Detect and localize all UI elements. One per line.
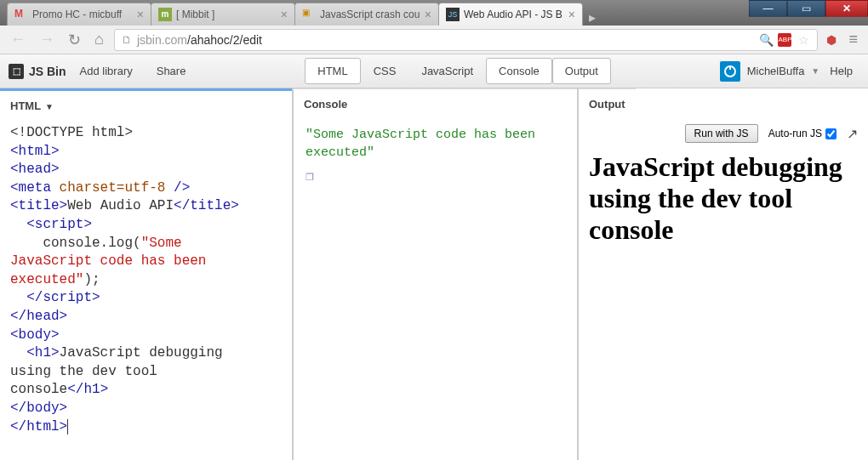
output-controls: Run with JS Auto-run JS ↗ [579,119,868,148]
username: MichelBuffa [747,65,805,77]
close-icon[interactable]: × [425,8,431,21]
html-pane: HTML ▼ <!DOCTYPE html> <html> <head> <me… [0,88,294,460]
tab-title: Web Audio API - JS B [464,9,564,20]
browser-tab-bar: M Promo HC - micbuff × m [ Mibbit ] × ▣ … [0,0,868,26]
autorun-checkbox[interactable]: Auto-run JS [768,128,837,139]
panel-tabs: HTML CSS JavaScript Console Output [305,58,611,84]
browser-tab-mibbit[interactable]: m [ Mibbit ] × [151,3,295,26]
window-close-button[interactable]: ✕ [825,0,868,17]
tab-console[interactable]: Console [486,58,552,84]
chevron-down-icon: ▼ [811,66,819,76]
editor-area: HTML ▼ <!DOCTYPE html> <html> <head> <me… [0,88,868,460]
popout-icon[interactable]: ↗ [847,126,858,142]
avatar [720,61,740,82]
autorun-input[interactable] [825,128,837,139]
close-icon[interactable]: × [137,8,144,21]
forward-button[interactable]: → [36,29,58,50]
tab-output[interactable]: Output [552,58,611,84]
code-editor[interactable]: <!DOCTYPE html> <html> <head> <meta char… [0,121,292,440]
tab-css[interactable]: CSS [361,58,409,84]
jsbin-logo[interactable]: ⬚ JS Bin [9,64,66,79]
tab-title: Promo HC - micbuff [32,9,133,20]
html-pane-header[interactable]: HTML ▼ [0,88,292,121]
tab-html[interactable]: HTML [305,58,360,84]
console-output: "Some JavaScript code has been executed" [294,119,577,168]
edx-icon: ▣ [302,8,316,21]
svg-rect-1 [729,66,731,70]
gmail-icon: M [14,8,28,21]
abp-icon[interactable]: ABP [778,33,791,47]
browser-tab-jsbin[interactable]: JS Web Audio API - JS B × [438,3,583,26]
back-button[interactable]: ← [7,29,29,50]
close-icon[interactable]: × [568,8,575,21]
reload-button[interactable]: ↻ [65,29,84,51]
output-heading: JavaScript debugging using the dev tool … [589,151,858,245]
browser-tab-gmail[interactable]: M Promo HC - micbuff × [7,3,151,26]
window-minimize-button[interactable]: — [749,0,787,17]
add-library-menu[interactable]: Add library [70,60,143,82]
mibbit-icon: m [158,8,172,21]
ublock-icon[interactable]: ⬢ [825,33,838,47]
close-icon[interactable]: × [281,8,288,21]
logo-icon: ⬚ [9,64,24,79]
tab-title: [ Mibbit ] [176,9,277,20]
window-controls: — ▭ ✕ [749,0,868,17]
browser-toolbar: ← → ↻ ⌂ 🗋 jsbin.com/ahahoc/2/edit 🔍 ABP … [0,26,868,54]
url-input[interactable]: 🗋 jsbin.com/ahahoc/2/edit 🔍 ABP ☆ [114,29,819,51]
url-text: jsbin.com/ahahoc/2/edit [137,33,755,47]
help-link[interactable]: Help [823,65,859,77]
chevron-down-icon: ▼ [43,102,54,111]
new-tab-button[interactable]: ▸ [582,9,602,26]
output-pane-header[interactable]: Output [579,88,636,119]
zoom-icon[interactable]: 🔍 [759,33,773,47]
browser-tab-edx[interactable]: ▣ JavasScript crash cou × [294,3,439,26]
share-menu[interactable]: Share [146,60,197,82]
page-icon: 🗋 [122,34,132,46]
menu-icon[interactable]: ≡ [845,29,861,50]
user-section[interactable]: MichelBuffa ▼ [720,61,820,82]
console-prompt[interactable]: ❐ [294,168,577,186]
home-button[interactable]: ⌂ [91,29,107,50]
jsbin-icon: JS [446,8,460,21]
tab-javascript[interactable]: JavaScript [408,58,486,84]
console-pane: Console "Some JavaScript code has been e… [294,88,579,460]
bookmark-icon[interactable]: ☆ [797,33,810,47]
run-with-js-button[interactable]: Run with JS [685,124,758,143]
tab-title: JavasScript crash cou [320,9,420,20]
output-frame: JavaScript debugging using the dev tool … [579,148,868,248]
console-pane-header[interactable]: Console [294,88,577,119]
output-pane: Output Run with JS Auto-run JS ↗ JavaScr… [579,88,868,460]
window-maximize-button[interactable]: ▭ [787,0,825,17]
jsbin-toolbar: ⬚ JS Bin Add library Share HTML CSS Java… [0,54,868,88]
